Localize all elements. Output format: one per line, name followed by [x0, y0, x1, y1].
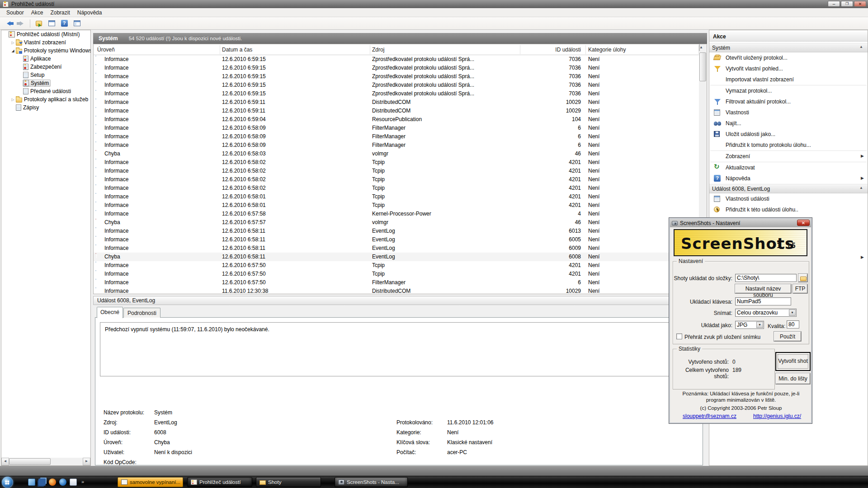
action-vlastnosti[interactable]: Vlastnosti — [709, 107, 868, 118]
event-row[interactable]: Chyba12.6.2010 6:58:11EventLog6008Není — [94, 253, 699, 261]
event-row[interactable]: Informace12.6.2010 6:58:01Tcpip4201Není — [94, 201, 699, 210]
event-row[interactable]: Informace12.6.2010 6:59:04ResourcePublic… — [94, 115, 699, 124]
event-row[interactable]: Informace12.6.2010 6:58:11EventLog6009Ne… — [94, 244, 699, 253]
dropdown-arrow-icon[interactable] — [789, 310, 796, 316]
dropdown-arrow-icon[interactable] — [756, 322, 763, 328]
browser-icon[interactable] — [59, 479, 66, 486]
column-header-date[interactable]: Datum a čas — [222, 47, 252, 53]
email-icon[interactable] — [70, 479, 77, 486]
create-shot-button[interactable]: Vytvořit shot — [776, 352, 810, 371]
scroll-up-button[interactable] — [699, 44, 700, 51]
event-row[interactable]: Informace12.6.2010 6:59:11DistributedCOM… — [94, 107, 699, 115]
column-header-source[interactable]: Zdroj — [372, 47, 384, 53]
minimize-button[interactable] — [828, 1, 840, 7]
event-row[interactable]: Informace12.6.2010 6:58:01Tcpip4201Není — [94, 192, 699, 201]
action-vlastnosti-ud-losti[interactable]: Vlastnosti události — [709, 193, 868, 204]
media-player-icon[interactable] — [49, 479, 56, 486]
tree-item-p-edan-ud-losti[interactable]: Předané události — [1, 87, 90, 95]
tree-item-protokoly-syst-mu-windows[interactable]: Protokoly systému Windows — [1, 47, 90, 55]
event-row[interactable]: Chyba12.6.2010 6:57:57volmgr46Není — [94, 218, 699, 227]
event-row[interactable]: Informace11.6.2010 12:30:38DistributedCO… — [94, 287, 699, 294]
taskbar-button-screenshots-nasta[interactable]: ScreenShots - Nasta... — [335, 477, 408, 487]
event-row[interactable]: Informace12.6.2010 6:59:15Zprostředkovat… — [94, 64, 699, 72]
folder-path-input[interactable]: C:\Shoty\ — [735, 274, 797, 282]
scroll-left-button[interactable] — [1, 458, 9, 465]
hotkey-input[interactable]: NumPad5 — [735, 297, 791, 305]
website-link[interactable]: http://genius.iglu.cz/ — [753, 413, 801, 419]
back-button[interactable] — [4, 19, 14, 28]
action-aktualizovat[interactable]: Aktualizovat — [709, 162, 868, 173]
email-link[interactable]: slouppetr@seznam.cz — [683, 413, 736, 419]
action-ulo-it-ud-losti-jako[interactable]: Uložit události jako... — [709, 129, 868, 140]
menu-n-pov-da[interactable]: Nápověda — [74, 9, 106, 17]
action-n-pov-da[interactable]: Nápověda — [709, 173, 868, 184]
tree-item-prohl-e-ud-lost-m-stn[interactable]: Prohlížeč událostí (Místní) — [1, 30, 90, 38]
column-header-category[interactable]: Kategorie úlohy — [588, 47, 626, 53]
event-row[interactable]: Informace12.6.2010 6:59:15Zprostředkovat… — [94, 55, 699, 64]
action-vytvo-it-vlastn-pohled[interactable]: Vytvořit vlastní pohled... — [709, 63, 868, 74]
event-row[interactable]: Informace12.6.2010 6:58:02Tcpip4201Není — [94, 158, 699, 167]
action-filtrovat-aktu-ln-protokol[interactable]: Filtrovat aktuální protokol... — [709, 96, 868, 107]
scrollbar-thumb[interactable] — [9, 458, 51, 465]
event-row[interactable]: Informace12.6.2010 6:58:02Tcpip4201Není — [94, 167, 699, 175]
tree-expander-icon[interactable] — [10, 41, 15, 45]
event-message-box[interactable]: Předchozí vypnutí systému (11:59:07, 11.… — [100, 322, 699, 376]
submenu-arrow-icon[interactable] — [861, 255, 864, 259]
help-button[interactable] — [59, 19, 69, 28]
taskbar-button-prohl-e-ud-lost[interactable]: Prohlížeč událostí — [187, 477, 252, 487]
menu-akce[interactable]: Akce — [28, 9, 47, 17]
event-row[interactable]: Chyba12.6.2010 6:58:03volmgr46Není — [94, 150, 699, 158]
export-button[interactable] — [34, 19, 44, 28]
switch-windows-icon[interactable] — [38, 479, 46, 486]
tree-item-setup[interactable]: Setup — [1, 71, 90, 79]
column-header-id[interactable]: ID události — [522, 47, 581, 53]
tree-horizontal-scrollbar[interactable] — [1, 458, 90, 465]
event-row[interactable]: Informace12.6.2010 6:59:15Zprostředkovat… — [94, 81, 699, 89]
console-tree-button[interactable] — [47, 19, 57, 28]
action-naj-t[interactable]: Najít... — [709, 118, 868, 129]
minimize-to-tray-button[interactable]: Min. do lišty — [776, 373, 810, 384]
column-header-level[interactable]: Úroveň — [97, 47, 115, 53]
close-button[interactable] — [854, 1, 866, 7]
event-row[interactable]: Informace12.6.2010 6:57:58Kernel-Process… — [94, 210, 699, 218]
action-group-ud-lost-6008-eventlog[interactable]: Událost 6008, EventLog — [709, 184, 868, 193]
tree-item-zabezpe-en[interactable]: Zabezpečení — [1, 63, 90, 71]
tree-item-protokoly-aplikac-a-slu-eb[interactable]: Protokoly aplikací a služeb — [1, 95, 90, 103]
browse-folder-button[interactable] — [798, 274, 807, 282]
scroll-right-button[interactable] — [83, 458, 90, 465]
taskbar-button-shoty[interactable]: Shoty — [256, 477, 321, 487]
event-row[interactable]: Informace12.6.2010 6:58:11EventLog6005Ne… — [94, 235, 699, 244]
action-importovat-vlastn-zobrazen[interactable]: Importovat vlastní zobrazení — [709, 74, 868, 85]
event-row[interactable]: Informace12.6.2010 6:57:50FilterManager6… — [94, 278, 699, 287]
event-row[interactable]: Informace12.6.2010 6:59:15Zprostředkovat… — [94, 72, 699, 81]
capture-select[interactable]: Celou obrazovku — [735, 309, 797, 317]
event-row[interactable]: Informace12.6.2010 6:58:02Tcpip4201Není — [94, 184, 699, 192]
action-group-syst-m[interactable]: Systém — [709, 43, 868, 52]
action-otev-t-ulo-en-protokol[interactable]: Otevřít uložený protokol... — [709, 52, 868, 63]
set-filename-button[interactable]: Nastavit název souboru — [735, 284, 791, 293]
event-row[interactable]: Informace12.6.2010 6:57:50Tcpip4201Není — [94, 261, 699, 270]
dialog-close-button[interactable] — [797, 220, 810, 226]
action-zobrazen[interactable]: Zobrazení — [709, 151, 868, 162]
collapse-arrow-icon[interactable] — [859, 45, 863, 49]
event-row[interactable]: Informace12.6.2010 6:58:09FilterManager6… — [94, 141, 699, 150]
action-p-idru-it-k-tomuto-protokolu-lohu[interactable]: Přidružit k tomuto protokolu úlohu... — [709, 140, 868, 150]
start-button[interactable] — [2, 477, 13, 488]
action-p-idru-it-k-t-to-ud-losti-lohu[interactable]: Přidružit k této události úlohu.. — [709, 204, 868, 215]
tree-expander-icon[interactable] — [10, 49, 15, 53]
quick-launch-overflow-icon[interactable] — [81, 479, 84, 484]
play-sound-checkbox[interactable] — [676, 333, 682, 339]
show-action-pane-button[interactable] — [72, 19, 82, 28]
taskbar-button-samovolne-vyp-nan[interactable]: samovolne vypínaní... — [118, 477, 183, 487]
scrollbar-thumb[interactable] — [699, 52, 706, 81]
tree-item-syst-m[interactable]: Systém — [1, 79, 90, 87]
tree-expander-icon[interactable] — [10, 98, 15, 102]
tab-details[interactable]: Podrobnosti — [123, 308, 160, 318]
event-row[interactable]: Informace12.6.2010 6:58:11EventLog6013Ne… — [94, 227, 699, 235]
ftp-button[interactable]: FTP — [793, 284, 807, 293]
action-vymazat-protokol[interactable]: Vymazat protokol... — [709, 85, 868, 96]
event-row[interactable]: Informace12.6.2010 6:59:11DistributedCOM… — [94, 98, 699, 107]
menu-soubor[interactable]: Soubor — [3, 9, 28, 17]
maximize-button[interactable] — [841, 1, 853, 7]
tree-item-aplikace[interactable]: Aplikace — [1, 55, 90, 63]
